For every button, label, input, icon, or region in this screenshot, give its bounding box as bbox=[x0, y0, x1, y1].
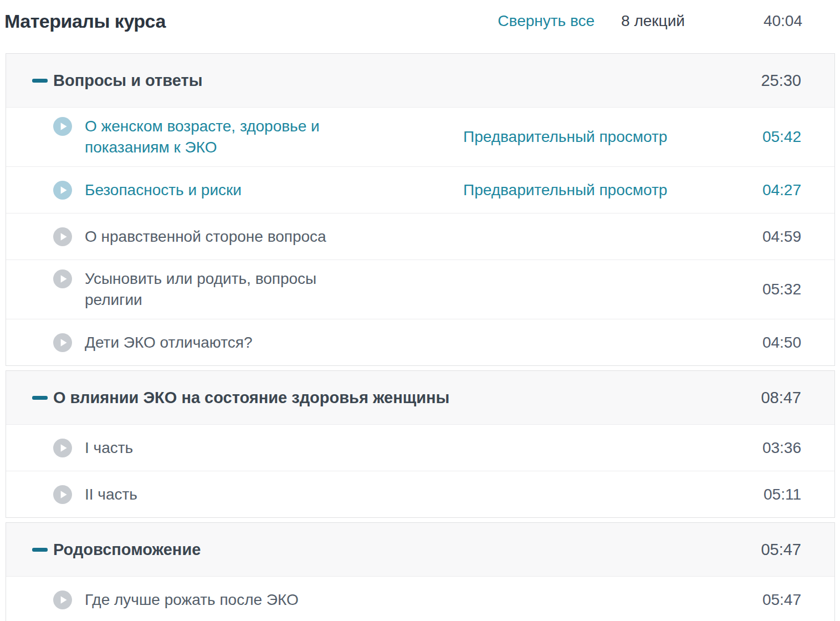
lecture-title[interactable]: Безопасность и риски bbox=[85, 180, 242, 201]
lecture-row: I часть 03:36 bbox=[6, 424, 834, 471]
play-circle-icon bbox=[53, 269, 72, 288]
lecture-title: О нравственной стороне вопроса bbox=[85, 226, 326, 247]
lecture-row: О нравственной стороне вопроса 04:59 bbox=[6, 213, 834, 259]
lecture-left: О нравственной стороне вопроса bbox=[53, 226, 463, 247]
lecture-list: I часть 03:36 II часть 05:11 bbox=[6, 424, 834, 517]
lecture-left: Усыновить или родить, вопросы религии bbox=[53, 268, 463, 310]
page-title: Материалы курса bbox=[4, 11, 498, 32]
play-circle-icon[interactable] bbox=[53, 181, 72, 200]
play-circle-icon bbox=[53, 333, 72, 352]
section-title: О влиянии ЭКО на состояние здоровья женщ… bbox=[53, 389, 449, 407]
collapse-minus-icon[interactable] bbox=[32, 79, 48, 83]
lecture-title: I часть bbox=[85, 437, 133, 459]
section-title: Родовспоможение bbox=[53, 541, 201, 559]
section-panel: Вопросы и ответы 25:30 О женском возраст… bbox=[6, 53, 835, 366]
lecture-title: Дети ЭКО отличаются? bbox=[85, 332, 252, 353]
lecture-left: I часть bbox=[53, 437, 463, 459]
collapse-minus-icon[interactable] bbox=[32, 548, 48, 552]
total-duration: 40:04 bbox=[764, 12, 802, 30]
preview-label[interactable]: Предварительный просмотр bbox=[463, 128, 667, 146]
course-materials-list: Вопросы и ответы 25:30 О женском возраст… bbox=[6, 53, 835, 621]
lecture-left: Где лучше рожать после ЭКО bbox=[53, 589, 463, 610]
section-duration: 08:47 bbox=[761, 389, 801, 407]
lecture-duration: 04:50 bbox=[762, 334, 801, 352]
collapse-all-link[interactable]: Свернуть все bbox=[498, 12, 595, 30]
collapse-minus-icon[interactable] bbox=[32, 396, 48, 400]
lecture-title: Усыновить или родить, вопросы религии bbox=[85, 268, 351, 310]
lecture-list: Где лучше рожать после ЭКО 05:47 bbox=[6, 576, 834, 621]
lecture-left: II часть bbox=[53, 484, 463, 505]
lecture-duration: 03:36 bbox=[762, 439, 801, 457]
preview-label[interactable]: Предварительный просмотр bbox=[463, 181, 667, 199]
lecture-list: О женском возрасте, здоровье и показания… bbox=[6, 107, 834, 365]
section-duration: 25:30 bbox=[761, 72, 801, 90]
lecture-duration: 05:42 bbox=[762, 128, 801, 146]
lecture-duration: 04:59 bbox=[762, 228, 801, 246]
play-circle-icon bbox=[53, 439, 72, 457]
lecture-row: Где лучше рожать после ЭКО 05:47 bbox=[6, 576, 834, 621]
lecture-title: II часть bbox=[85, 484, 137, 505]
page-header: Материалы курса Свернуть все 8 лекций 40… bbox=[0, 0, 840, 42]
lecture-row: Усыновить или родить, вопросы религии 05… bbox=[6, 259, 834, 319]
play-circle-icon bbox=[53, 591, 72, 609]
lecture-left: Безопасность и риски bbox=[53, 180, 463, 201]
lecture-duration: 05:32 bbox=[762, 281, 801, 298]
lecture-row: II часть 05:11 bbox=[6, 471, 834, 517]
lecture-row[interactable]: О женском возрасте, здоровье и показания… bbox=[6, 107, 834, 166]
play-circle-icon[interactable] bbox=[53, 117, 72, 136]
section-panel: Родовспоможение 05:47 Где лучше рожать п… bbox=[6, 522, 835, 621]
section-title: Вопросы и ответы bbox=[53, 72, 202, 90]
lecture-duration: 05:11 bbox=[764, 486, 801, 503]
lecture-duration: 05:47 bbox=[762, 591, 801, 609]
lecture-duration: 04:27 bbox=[762, 181, 801, 199]
play-circle-icon bbox=[53, 485, 72, 504]
section-duration: 05:47 bbox=[761, 541, 801, 559]
lecture-row[interactable]: Безопасность и риски Предварительный про… bbox=[6, 166, 834, 213]
lecture-title[interactable]: О женском возрасте, здоровье и показания… bbox=[85, 116, 351, 158]
section-panel: О влиянии ЭКО на состояние здоровья женщ… bbox=[6, 370, 835, 518]
play-circle-icon bbox=[53, 227, 72, 246]
section-header[interactable]: Вопросы и ответы 25:30 bbox=[6, 54, 834, 107]
section-header[interactable]: Родовспоможение 05:47 bbox=[6, 523, 834, 576]
section-header[interactable]: О влиянии ЭКО на состояние здоровья женщ… bbox=[6, 371, 834, 424]
lecture-left: О женском возрасте, здоровье и показания… bbox=[53, 116, 463, 158]
lecture-left: Дети ЭКО отличаются? bbox=[53, 332, 463, 353]
lecture-row: Дети ЭКО отличаются? 04:50 bbox=[6, 319, 834, 365]
lecture-count: 8 лекций bbox=[621, 12, 685, 30]
lecture-title: Где лучше рожать после ЭКО bbox=[85, 589, 299, 610]
